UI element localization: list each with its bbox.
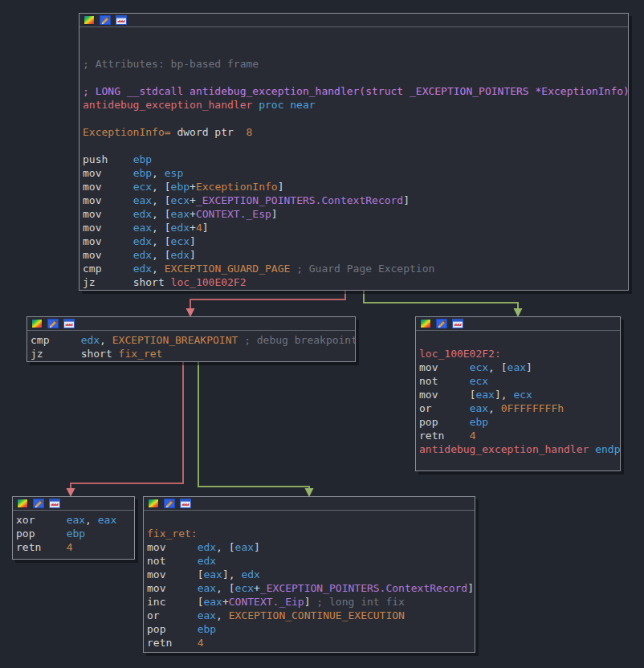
code-token: mov [83, 181, 133, 193]
edge-false-breakpoint-check-to-return-zero [67, 362, 184, 497]
code-line[interactable]: mov ecx, [ebp+ExceptionInfo] [83, 180, 628, 193]
code-token: edx [133, 208, 152, 220]
code-line[interactable]: pop ebp [419, 415, 620, 429]
code-token: ] [526, 361, 532, 373]
node-titlebar [27, 317, 355, 331]
code-token: mov [419, 389, 470, 401]
code-token: short [133, 276, 171, 288]
code-line[interactable]: loc_100E02F2: [419, 347, 620, 360]
code-token: or [419, 402, 470, 414]
node-color-icon[interactable] [148, 499, 159, 508]
code-line[interactable]: mov ebp, esp [83, 166, 628, 180]
code-line[interactable]: push ebp [83, 153, 628, 166]
code-token: ; debug breakpoint [244, 334, 355, 346]
node-color-icon[interactable] [31, 319, 43, 328]
code-line[interactable]: ExceptionInfo= dword ptr 8 [83, 125, 628, 139]
code-token: eax [198, 582, 216, 594]
group-node-icon[interactable] [180, 499, 191, 508]
code-line[interactable]: not edx [147, 554, 475, 568]
code-line[interactable]: retn 4 [419, 429, 620, 442]
code-token: antidebug_exception_handler [83, 99, 252, 111]
code-token: , [85, 514, 98, 526]
code-line[interactable]: mov eax, [ecx+_EXCEPTION_POINTERS.Contex… [147, 581, 475, 595]
code-token: eax [67, 514, 85, 526]
basic-block-breakpoint-check[interactable]: cmp edx, EXCEPTION_BREAKPOINT ; debug br… [26, 316, 356, 362]
code-line[interactable] [83, 112, 628, 125]
basic-block-fix-ret[interactable]: fix_ret:mov edx, [eax]not edxmov [eax], … [143, 496, 475, 653]
code-line[interactable]: pop ebp [147, 622, 475, 636]
code-token: edx [133, 235, 152, 247]
code-line[interactable]: or eax, EXCEPTION_CONTINUE_EXECUTION [147, 609, 475, 622]
code-line[interactable]: antidebug_exception_handler endp [419, 442, 620, 456]
code-token: cmp [31, 334, 81, 346]
code-line[interactable] [83, 30, 628, 43]
code-token: or [147, 609, 198, 621]
code-line[interactable]: cmp edx, EXCEPTION_BREAKPOINT ; debug br… [31, 333, 355, 347]
code-line[interactable] [83, 43, 628, 57]
code-line[interactable]: ; Attributes: bp-based frame [83, 57, 628, 71]
code-line[interactable]: xor eax, eax [16, 513, 134, 527]
group-node-icon[interactable] [49, 499, 60, 508]
code-line[interactable] [419, 333, 620, 347]
code-line[interactable]: mov [eax], ecx [419, 388, 620, 401]
code-line[interactable]: mov [eax], edx [147, 568, 475, 581]
code-line[interactable]: mov eax, [edx+4] [83, 221, 628, 234]
node-color-icon[interactable] [17, 499, 28, 508]
code-token: , [152, 263, 165, 275]
code-line[interactable] [419, 456, 620, 470]
edit-node-icon[interactable] [164, 499, 175, 508]
code-token [252, 99, 259, 111]
code-token: edx [198, 541, 216, 553]
code-token: eax [198, 609, 216, 621]
node-code: xor eax, eaxpop ebpretn 4 [13, 511, 134, 554]
code-token: eax [203, 568, 222, 580]
code-line[interactable]: inc [eax+CONTEXT._Eip] ; long int fix [147, 595, 475, 609]
code-line[interactable]: jz short loc_100E02F2 [83, 275, 628, 289]
code-token: _EXCEPTION_POINTERS.ContextRecord [196, 194, 403, 206]
code-line[interactable]: mov edx, [edx] [83, 248, 628, 262]
code-line[interactable]: not ecx [419, 374, 620, 388]
basic-block-entry[interactable]: ; Attributes: bp-based frame; LONG __std… [79, 13, 629, 291]
code-token: edx [81, 334, 100, 346]
code-line[interactable]: mov edx, [ecx] [83, 234, 628, 248]
code-line[interactable]: jz short fix_ret [31, 347, 355, 360]
node-titlebar [13, 497, 134, 511]
code-line[interactable]: or eax, 0FFFFFFFFh [419, 401, 620, 415]
code-token: ebp [198, 623, 216, 635]
edit-node-icon[interactable] [100, 15, 111, 25]
edit-node-icon[interactable] [436, 319, 447, 328]
code-line[interactable] [83, 139, 628, 153]
edit-node-icon[interactable] [47, 319, 59, 328]
code-token: esp [165, 167, 183, 179]
code-line[interactable]: antidebug_exception_handler proc near [83, 98, 628, 112]
code-token: mov [83, 222, 133, 234]
code-line[interactable]: retn 4 [16, 540, 134, 554]
edit-node-icon[interactable] [33, 499, 44, 508]
group-node-icon[interactable] [116, 15, 127, 25]
code-token: ecx [470, 375, 488, 387]
basic-block-loc-100E02F2[interactable]: loc_100E02F2:mov ecx, [eax]not ecxmov [e… [415, 316, 621, 471]
code-line[interactable]: cmp edx, EXCEPTION_GUARD_PAGE ; Guard Pa… [83, 262, 628, 275]
code-line[interactable]: mov edx, [eax] [147, 540, 475, 554]
code-line[interactable] [83, 71, 628, 84]
code-token: ebp [133, 153, 152, 165]
code-token: mov [419, 361, 470, 373]
code-line[interactable] [147, 513, 475, 527]
group-node-icon[interactable] [63, 319, 75, 328]
code-line[interactable]: retn 4 [147, 636, 475, 650]
basic-block-return-zero[interactable]: xor eax, eaxpop ebpretn 4 [12, 496, 135, 560]
code-line[interactable]: mov edx, [eax+CONTEXT._Esp] [83, 207, 628, 221]
code-line[interactable]: fix_ret: [147, 527, 475, 540]
code-line[interactable]: mov ecx, [eax] [419, 360, 620, 374]
edge-true-breakpoint-check-to-fix-ret [198, 362, 314, 497]
node-color-icon[interactable] [84, 15, 95, 25]
code-line[interactable]: mov eax, [ecx+_EXCEPTION_POINTERS.Contex… [83, 193, 628, 207]
node-titlebar [416, 317, 620, 331]
graph-canvas[interactable]: ; Attributes: bp-based frame; LONG __std… [0, 0, 644, 668]
node-color-icon[interactable] [420, 319, 431, 328]
group-node-icon[interactable] [452, 319, 463, 328]
code-token: jz [83, 276, 133, 288]
edge-false-entry-to-breakpoint-check [186, 291, 346, 317]
code-line[interactable]: ; LONG __stdcall antidebug_exception_han… [83, 84, 628, 98]
code-line[interactable]: pop ebp [16, 527, 134, 540]
